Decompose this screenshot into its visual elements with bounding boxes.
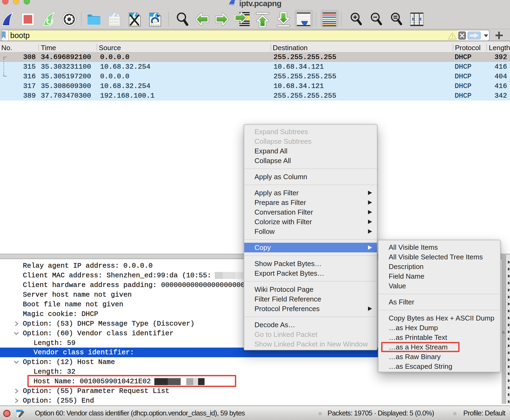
svg-text:01110: 01110	[151, 24, 159, 27]
svg-text:01110: 01110	[110, 24, 119, 27]
